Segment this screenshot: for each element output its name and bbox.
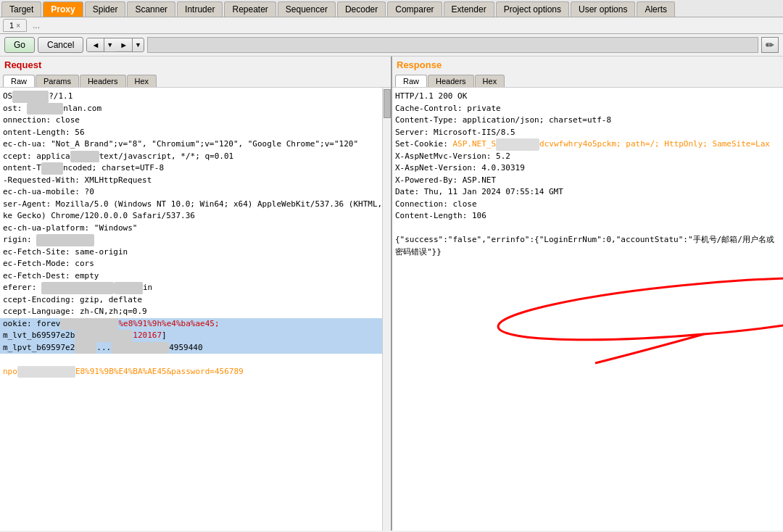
- response-tabs: Raw Headers Hex: [392, 73, 783, 88]
- main-content: Request Raw Params Headers Hex OS ?/1.1 …: [0, 57, 783, 531]
- request-line: ser-Agent: Mozilla/5.0 (Windows NT 10.0;…: [3, 199, 388, 211]
- back-dropdown[interactable]: ▼: [104, 39, 115, 51]
- request-line: eferer: in: [3, 282, 388, 294]
- red-circle-annotation: [494, 283, 783, 349]
- request-header: Request: [0, 57, 391, 73]
- go-button[interactable]: Go: [4, 37, 35, 53]
- response-json-line: {"success":"false","errinfo":{"LoginErrN…: [395, 234, 780, 258]
- response-line: Content-Type: application/json; charset=…: [395, 115, 780, 127]
- response-line: Server: Microsoft-IIS/8.5: [395, 127, 780, 139]
- request-line: ccept-Encoding: gzip, deflate: [3, 294, 388, 307]
- sub-tab-1[interactable]: 1 ×: [3, 19, 27, 32]
- back-button[interactable]: ◄: [87, 38, 104, 51]
- request-line: ec-ch-ua-mobile: ?0: [3, 186, 388, 199]
- response-line: X-AspNetMvc-Version: 5.2: [395, 151, 780, 163]
- request-line: [3, 354, 388, 366]
- request-tab-headers[interactable]: Headers: [80, 75, 126, 87]
- tab-proxy[interactable]: Proxy: [43, 1, 83, 17]
- tab-scanner[interactable]: Scanner: [127, 1, 175, 17]
- request-line: ccept: applica text/javascript, */*; q=0…: [3, 151, 388, 163]
- request-line: ccept-Language: zh-CN,zh;q=0.9: [3, 306, 388, 318]
- request-tab-hex[interactable]: Hex: [127, 75, 157, 87]
- request-line: onnection: close: [3, 115, 388, 127]
- tab-project-options[interactable]: Project options: [496, 1, 569, 17]
- request-line: ontent-T ncoded; charset=UTF-8: [3, 162, 388, 175]
- response-body[interactable]: HTTP/1.1 200 OK Cache-Control: private C…: [392, 88, 783, 531]
- url-input[interactable]: [147, 37, 758, 53]
- tab-decoder[interactable]: Decoder: [337, 1, 386, 17]
- request-line: ec-ch-ua: "Not_A Brand";v="8", "Chromium…: [3, 138, 388, 151]
- tab-intruder[interactable]: Intruder: [177, 1, 223, 17]
- request-scrollbar[interactable]: [382, 88, 391, 531]
- svg-point-0: [496, 265, 783, 352]
- response-line: X-Powered-By: ASP.NET: [395, 175, 780, 187]
- response-line: HTTP/1.1 200 OK: [395, 91, 780, 103]
- request-line-post: npo E8%91%9B%E4%BA%AE45&password=456789: [3, 366, 388, 378]
- response-line: X-AspNet-Version: 4.0.30319: [395, 162, 780, 175]
- request-line: ke Gecko) Chrome/120.0.0.0 Safari/537.36: [3, 210, 388, 223]
- response-line: Content-Length: 106: [395, 210, 780, 223]
- request-line: ontent-Length: 56: [3, 127, 388, 139]
- url-area: ✏: [147, 37, 779, 53]
- response-tab-hex[interactable]: Hex: [475, 75, 505, 87]
- tab-comparer[interactable]: Comparer: [387, 1, 442, 17]
- edit-button[interactable]: ✏: [761, 37, 779, 53]
- nav-button-group: ◄ ▼ ► ▼: [86, 38, 144, 52]
- request-line: ec-Fetch-Mode: cors: [3, 258, 388, 270]
- request-tabs: Raw Params Headers Hex: [0, 73, 391, 88]
- sub-tab-new[interactable]: ...: [28, 19, 44, 32]
- sub-tab-1-label: 1: [9, 21, 14, 30]
- response-tab-headers[interactable]: Headers: [428, 75, 474, 87]
- tab-target[interactable]: Target: [1, 1, 41, 17]
- request-line: ec-Fetch-Dest: empty: [3, 270, 388, 283]
- request-tab-params[interactable]: Params: [36, 75, 79, 87]
- request-tab-raw[interactable]: Raw: [3, 75, 35, 87]
- request-line: ec-ch-ua-platform: "Windows": [3, 223, 388, 235]
- response-line: Connection: close: [395, 199, 780, 211]
- request-line-highlighted: m_lvt_b69597e2b 120167]: [0, 330, 391, 342]
- tab-spider[interactable]: Spider: [85, 1, 126, 17]
- forward-button[interactable]: ►: [115, 38, 133, 51]
- response-line: Cache-Control: private: [395, 103, 780, 115]
- request-line: ost: nlan.com: [3, 103, 388, 115]
- request-line: OS ?/1.1: [3, 91, 388, 103]
- response-line: Date: Thu, 11 Jan 2024 07:55:14 GMT: [395, 186, 780, 199]
- request-scrollbar-thumb[interactable]: [384, 89, 391, 118]
- response-tab-raw[interactable]: Raw: [395, 75, 427, 87]
- request-body[interactable]: OS ?/1.1 ost: nlan.com onnection: close …: [0, 88, 391, 531]
- response-line: [395, 223, 780, 235]
- request-line: rigin:: [3, 234, 388, 246]
- tab-extender[interactable]: Extender: [444, 1, 494, 17]
- response-panel: Response Raw Headers Hex HTTP/1.1 200 OK…: [392, 57, 783, 531]
- forward-dropdown[interactable]: ▼: [133, 39, 144, 51]
- sub-tabs-row: 1 × ...: [0, 17, 783, 34]
- main-nav-tabs: Target Proxy Spider Scanner Intruder Rep…: [0, 0, 783, 17]
- cancel-button[interactable]: Cancel: [38, 37, 83, 53]
- toolbar: Go Cancel ◄ ▼ ► ▼ ✏: [0, 34, 783, 57]
- tab-repeater[interactable]: Repeater: [224, 1, 276, 17]
- sub-tab-1-close[interactable]: ×: [16, 22, 20, 30]
- response-header: Response: [392, 57, 783, 73]
- request-line-highlighted: m_lpvt_b69597e2 ... 4959440: [0, 342, 391, 354]
- request-panel: Request Raw Params Headers Hex OS ?/1.1 …: [0, 57, 392, 531]
- response-line: Set-Cookie: ASP.NET_S dcvwfwhry4o5pckm; …: [395, 138, 780, 151]
- request-line: ec-Fetch-Site: same-origin: [3, 246, 388, 259]
- request-line: -Requested-With: XMLHttpRequest: [3, 175, 388, 187]
- tab-sequencer[interactable]: Sequencer: [278, 1, 336, 17]
- tab-user-options[interactable]: User options: [571, 1, 635, 17]
- request-line-highlighted: ookie: forev %e8%91%9h%e4%ba%ae45;: [0, 318, 391, 331]
- tab-alerts[interactable]: Alerts: [637, 1, 675, 17]
